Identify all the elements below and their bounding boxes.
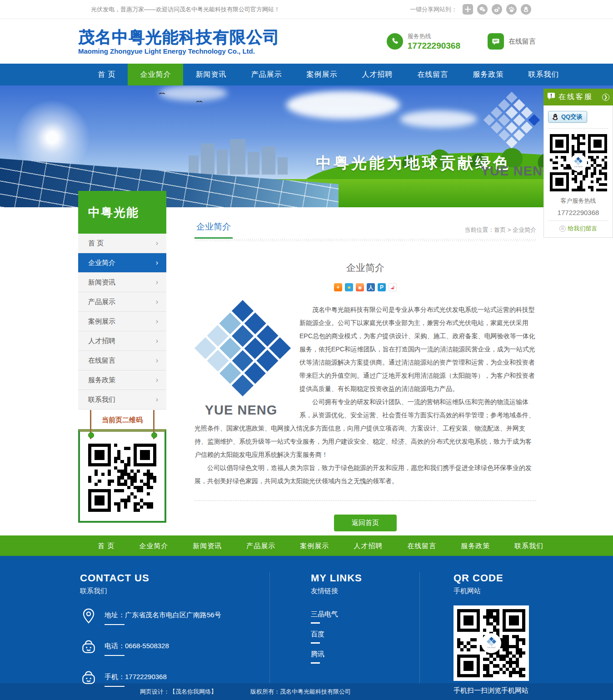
footer-nav: 首 页 企业简介 新闻资讯 产品展示 案例展示 人才招聘 在线留言 服务政策 联…: [0, 535, 613, 556]
nav-item-about[interactable]: 企业简介: [128, 64, 183, 85]
sidebar-item-contact[interactable]: 联系我们›: [78, 390, 166, 410]
site-logo[interactable]: 茂名中粤光能科技有限公司 Maoming Zhongyue Light Ener…: [78, 28, 280, 55]
nav-item-cases[interactable]: 案例展示: [294, 64, 349, 85]
share-label: 一键分享网站到：: [410, 5, 457, 14]
sidebar-item-policy[interactable]: 服务政策›: [78, 370, 166, 390]
paragraph: 公司以倡导绿色文明，造福人类为宗旨，致力于绿色能源的开发和应用，愿您和我们携手促…: [194, 461, 536, 488]
qq-chat-button[interactable]: QQ交谈: [548, 111, 587, 123]
contact-address-row: 地址：广东省茂名市电白区广南路56号: [80, 607, 269, 626]
chevron-right-icon: ›: [156, 356, 158, 365]
footer-nav-policy[interactable]: 服务政策: [449, 535, 502, 556]
chevron-right-icon: ›: [156, 337, 158, 345]
design-credit[interactable]: 网页设计：【茂名你我网络】: [140, 688, 217, 696]
section-title: 企业简介: [194, 221, 233, 239]
topbar: 光伏发电，普惠万家——欢迎访问茂名中粤光能科技有限公司官方网站！ 一键分享网站到…: [0, 0, 613, 19]
friend-link[interactable]: 三晶电气: [311, 610, 383, 624]
back-home-button[interactable]: 返回首页: [334, 515, 397, 531]
leave-message-link[interactable]: ☰ 给我们留言: [548, 225, 608, 233]
footer-nav-contact[interactable]: 联系我们: [502, 535, 556, 556]
sidebar-item-news[interactable]: 新闻资讯›: [78, 273, 166, 292]
nav-item-message[interactable]: 在线留言: [405, 64, 460, 85]
bird-graphic: [159, 93, 165, 96]
cloud-graphic: [286, 91, 400, 119]
chevron-right-icon: ›: [156, 317, 158, 325]
speech-bubble-icon: [547, 92, 555, 102]
nav-item-jobs[interactable]: 人才招聘: [349, 64, 405, 85]
bird-graphic: [196, 101, 202, 104]
article-body: YUE NENG 茂名中粤光能科技有限公司是专业从事分布式光伏发电系统一站式运营…: [194, 303, 536, 488]
chevron-right-icon: ›: [156, 376, 158, 384]
main-area: 中粤光能 首 页› 企业简介› 新闻资讯› 产品展示› 案例展示› 人才招聘› …: [78, 207, 536, 535]
message-block[interactable]: 在线留言: [488, 33, 536, 50]
qq-penguin-icon: [552, 113, 559, 120]
nav-item-home[interactable]: 首 页: [85, 64, 128, 85]
city-skyline: [189, 139, 309, 175]
mobile-qr-box: YUE NENG: [454, 605, 529, 681]
chevron-right-icon: ›: [156, 239, 158, 247]
service-panel-title: 在线客服: [558, 92, 599, 102]
message-lines-icon: ☰: [559, 225, 566, 232]
page-qr-code: [88, 444, 156, 512]
renren-icon[interactable]: 人: [367, 283, 375, 291]
pengyou-icon[interactable]: P: [378, 283, 386, 291]
footer-nav-jobs[interactable]: 人才招聘: [341, 535, 395, 556]
hotline-number: 17722290368: [408, 41, 460, 51]
cloud-graphic: [159, 85, 227, 101]
nav-item-contact[interactable]: 联系我们: [516, 64, 571, 85]
panel-collapse-icon[interactable]: ❯: [602, 94, 609, 101]
sina-weibo-icon[interactable]: ◉: [356, 283, 364, 291]
sidebar-title: 中粤光能: [78, 191, 166, 234]
sidebar-item-message[interactable]: 在线留言›: [78, 351, 166, 370]
qzone-icon[interactable]: ★: [345, 283, 353, 291]
footer-contact-column: CONTACT US 联系我们 地址：广东省茂名市电白区广南路56号 电话：06…: [80, 572, 270, 683]
sidebar-item-cases[interactable]: 案例展示›: [78, 312, 166, 331]
weibo-icon[interactable]: [492, 4, 502, 15]
phone-icon: [387, 33, 403, 50]
chevron-right-icon: ›: [156, 395, 158, 404]
sidebar-item-jobs[interactable]: 人才招聘›: [78, 331, 166, 351]
cloud-graphic: [400, 110, 477, 128]
hotline-block: 服务热线 17722290368: [387, 32, 460, 51]
qq-icon[interactable]: [521, 4, 531, 15]
location-pin-icon: [80, 607, 97, 626]
footer-nav-news[interactable]: 新闻资讯: [180, 535, 234, 556]
links-heading: MY LINKS: [311, 572, 419, 584]
footer-nav-home[interactable]: 首 页: [85, 535, 127, 556]
copyright-text: 版权所有：茂名中粤光能科技有限公司: [250, 688, 351, 696]
sidebar-item-home[interactable]: 首 页›: [78, 234, 166, 253]
footer-nav-cases[interactable]: 案例展示: [288, 535, 341, 556]
friend-link[interactable]: 腾讯: [311, 650, 383, 664]
share-more-icon[interactable]: +: [334, 283, 342, 291]
page-qr-card: [78, 429, 166, 523]
wechat-icon[interactable]: [477, 4, 488, 15]
chevron-right-icon: ›: [156, 298, 158, 306]
sidebar-item-products[interactable]: 产品展示›: [78, 292, 166, 312]
footer-nav-products[interactable]: 产品展示: [234, 535, 288, 556]
nav-item-policy[interactable]: 服务政策: [460, 64, 516, 85]
welcome-text: 光伏发电，普惠万家——欢迎访问茂名中粤光能科技有限公司官方网站！: [91, 5, 280, 14]
baidu-icon[interactable]: [506, 4, 517, 15]
logo-brand-text: YUE NENG: [194, 404, 288, 417]
share-more-icon[interactable]: [463, 4, 473, 15]
footer-nav-about[interactable]: 企业简介: [127, 535, 180, 556]
mobile-qr-code: YUE NENG: [457, 609, 525, 677]
friend-link[interactable]: 百度: [311, 630, 383, 644]
sidebar-item-about[interactable]: 企业简介›: [78, 253, 166, 273]
underline: [105, 655, 125, 656]
underline: [105, 624, 125, 625]
footer-nav-message[interactable]: 在线留言: [395, 535, 449, 556]
nav-item-news[interactable]: 新闻资讯: [183, 64, 239, 85]
dashed-divider: [194, 500, 536, 501]
tencent-weibo-icon[interactable]: [389, 283, 397, 291]
hatched-divider: [194, 239, 536, 241]
footer-qr-column: QR CODE 手机网站 YUE NENG 手机扫一扫浏览手机网站: [420, 572, 529, 683]
hero-banner: 中粤光能为地球贡献绿色 YUE NENG: [0, 85, 613, 207]
footer-links-column: MY LINKS 友情链接 三晶电气 百度 腾讯: [270, 572, 420, 683]
nav-item-products[interactable]: 产品展示: [239, 64, 294, 85]
mobile-phone-icon: [80, 669, 97, 688]
contact-subheading: 联系我们: [80, 587, 269, 595]
message-label: 在线留言: [508, 37, 536, 46]
breadcrumb[interactable]: 当前位置：首页 > 企业简介: [464, 226, 536, 239]
service-qr-code: YUE NENG: [550, 134, 607, 191]
qr-caption: 手机扫一扫浏览手机网站: [454, 686, 529, 695]
